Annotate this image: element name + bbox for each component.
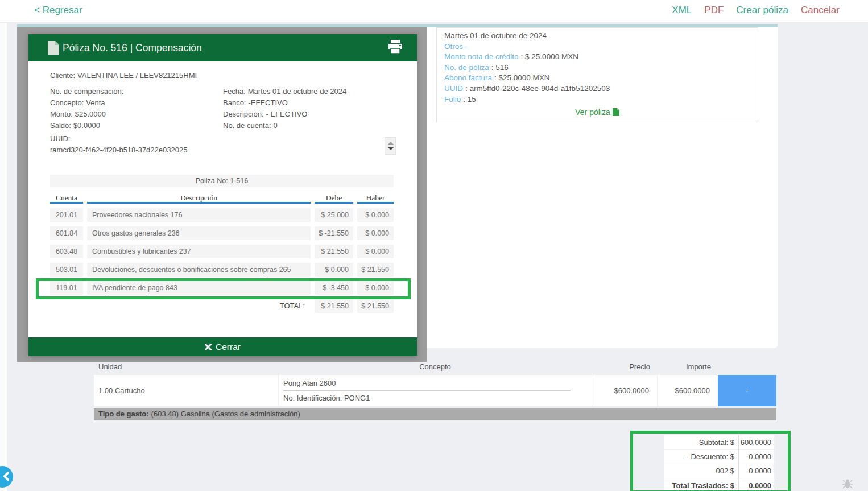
- document-icon: [48, 41, 59, 55]
- totals-value: 0.0000: [738, 449, 774, 464]
- field-label: No. de compensación:: [50, 87, 123, 96]
- item-identificacion: No. Identificación: PONG1: [283, 391, 592, 403]
- collapse-panel-button[interactable]: [0, 466, 13, 488]
- item-precio: $600.0000: [592, 375, 657, 406]
- poliza-table-rows: 201.01 Proveedores nacionales 176 $ 25.0…: [50, 208, 394, 295]
- chevron-left-icon: [3, 472, 9, 481]
- monto-field: Monto:$25.0000: [50, 110, 106, 118]
- crear-poliza-link[interactable]: Crear póliza: [736, 5, 788, 16]
- arrow-up-icon[interactable]: [387, 142, 394, 145]
- totals-value: 600.0000: [738, 435, 774, 450]
- col-header-descripcion: Descripción: [87, 192, 311, 204]
- table-cell: 603.48: [50, 245, 83, 258]
- no-cuenta-field: No. de cuenta:0: [223, 121, 278, 130]
- printer-icon[interactable]: [387, 40, 403, 55]
- poliza-table-caption: Poliza No: 1-516: [50, 175, 394, 187]
- total-label: TOTAL:: [50, 299, 311, 313]
- detail-abono-factura: Abono factura: $25.0000 MXN: [444, 73, 758, 84]
- topbar-actions: XML PDF Crear póliza Cancelar: [672, 5, 840, 16]
- total-debe: $ 21.550: [315, 299, 353, 313]
- detail-label: Abono factura: [444, 73, 492, 82]
- table-cell: 503.01: [50, 263, 83, 277]
- items-table-header: Unidad Concepto Precio Importe: [94, 362, 776, 375]
- field-label: Banco:: [223, 98, 246, 107]
- col-header-cuenta: Cuenta: [50, 192, 83, 204]
- xml-link[interactable]: XML: [672, 5, 692, 16]
- col-header-concepto: Concepto: [279, 362, 592, 375]
- saldo-field: Saldo:$0.0000: [50, 121, 100, 130]
- left-rail: [0, 16, 7, 491]
- field-label: Concepto:: [50, 98, 84, 107]
- total-haber: $ 21.550: [357, 299, 394, 313]
- bug-icon[interactable]: [842, 478, 853, 489]
- detail-label: No. de póliza: [444, 63, 489, 72]
- totals-label: Subtotal: $: [664, 435, 738, 450]
- item-importe: $600.0000: [657, 375, 718, 406]
- table-cell: 201.01: [50, 208, 83, 222]
- field-label: Saldo:: [50, 121, 71, 130]
- uuid-label: UUID:: [50, 134, 70, 143]
- table-cell: 119.01: [50, 281, 83, 295]
- field-value: -EFECTIVO: [248, 98, 287, 107]
- concepto-field: Concepto:Venta: [50, 98, 105, 107]
- field-value: - EFECTIVO: [266, 110, 308, 118]
- totals-table: Subtotal: $ 600.0000 - Descuento: $ 0.00…: [664, 435, 774, 491]
- col-header-precio: Precio: [592, 362, 657, 375]
- table-cell: $ 0.000: [315, 263, 353, 277]
- col-header-haber: Haber: [357, 192, 394, 204]
- pdf-link[interactable]: PDF: [704, 5, 724, 16]
- otros-link[interactable]: Otros--: [444, 42, 468, 51]
- totals-value: 0.0000: [738, 464, 774, 478]
- ver-poliza-label: Ver póliza: [575, 108, 610, 117]
- item-concepto: Pong Atari 2600 No. Identificación: PONG…: [279, 375, 592, 406]
- field-value: VALENTINA LEE / LEEV821215HMI: [77, 71, 197, 80]
- totals-row-traslados: Total Traslados: $ 0.0000: [664, 478, 774, 491]
- detail-folio: Folio: 15: [444, 94, 758, 105]
- uuid-value: ramcd320-f462-4f20-b518-37d22e032025: [50, 146, 187, 154]
- poliza-table: Poliza No: 1-516 Cuenta Descripción Debe…: [50, 175, 394, 313]
- poliza-modal: Póliza No. 516 | Compensación Cliente:VA…: [28, 34, 417, 356]
- col-header-debe: Debe: [315, 192, 353, 204]
- totals-label: Total Traslados: $: [664, 478, 738, 491]
- detail-monto-nota: Monto nota de crédito: $ 25.0000 MXN: [444, 52, 758, 63]
- back-link[interactable]: < Regresar: [34, 5, 82, 16]
- banco-field: Banco:-EFECTIVO: [223, 98, 288, 107]
- tipo-gasto-value: (603.48) Gasolina (Gastos de administrac…: [151, 410, 300, 418]
- table-cell: IVA pendiente de pago 843: [87, 281, 311, 295]
- table-cell: $ 25.000: [315, 208, 353, 222]
- remove-item-button[interactable]: -: [718, 375, 776, 406]
- table-cell: 601.84: [50, 226, 83, 240]
- table-cell: $ 0.000: [357, 245, 394, 258]
- poliza-table-header: Cuenta Descripción Debe Haber: [50, 192, 394, 204]
- field-label: Descripción:: [223, 110, 264, 118]
- table-cell: Otros gastos generales 236: [87, 226, 311, 240]
- arrow-down-icon[interactable]: [387, 147, 394, 150]
- totals-value: 0.0000: [738, 478, 774, 491]
- no-compensacion-field: No. de compensación:: [50, 87, 126, 96]
- scroll-spinner[interactable]: [385, 137, 396, 155]
- detail-no-poliza: No. de póliza: 516: [444, 63, 758, 73]
- table-cell: $ 21.550: [315, 245, 353, 258]
- item-row: 1.00 Cartucho Pong Atari 2600 No. Identi…: [94, 375, 776, 406]
- modal-title: Póliza No. 516 | Compensación: [63, 42, 202, 54]
- cancelar-link[interactable]: Cancelar: [801, 5, 840, 16]
- table-cell: $ 0.000: [357, 226, 394, 240]
- item-concepto-name: Pong Atari 2600: [283, 378, 571, 391]
- descripcion-field: Descripción:- EFECTIVO: [223, 110, 307, 118]
- col-header-unidad: Unidad: [94, 362, 279, 375]
- field-label: Monto:: [50, 110, 73, 118]
- field-value: $25.0000: [75, 110, 106, 118]
- tipo-gasto-label: Tipo de gasto:: [98, 410, 149, 418]
- ver-poliza-link[interactable]: Ver póliza: [437, 107, 758, 118]
- field-label: No. de cuenta:: [223, 121, 271, 130]
- cerrar-button[interactable]: Cerrar: [28, 337, 417, 356]
- tipo-gasto-band: Tipo de gasto:(603.48) Gasolina (Gastos …: [94, 408, 776, 420]
- item-unidad: 1.00 Cartucho: [94, 375, 279, 406]
- poliza-table-total-row: TOTAL: $ 21.550 $ 21.550: [50, 299, 394, 313]
- table-cell: Proveedores nacionales 176: [87, 208, 311, 222]
- modal-header: Póliza No. 516 | Compensación: [28, 34, 417, 61]
- totals-row-subtotal: Subtotal: $ 600.0000: [664, 435, 774, 449]
- table-cell: $ -21.550: [315, 226, 353, 240]
- detail-value: : arm5ffd0-220c-48ee-904d-a1fb51202503: [465, 84, 610, 93]
- detail-date: Martes 01 de octubre de 2024: [444, 31, 758, 42]
